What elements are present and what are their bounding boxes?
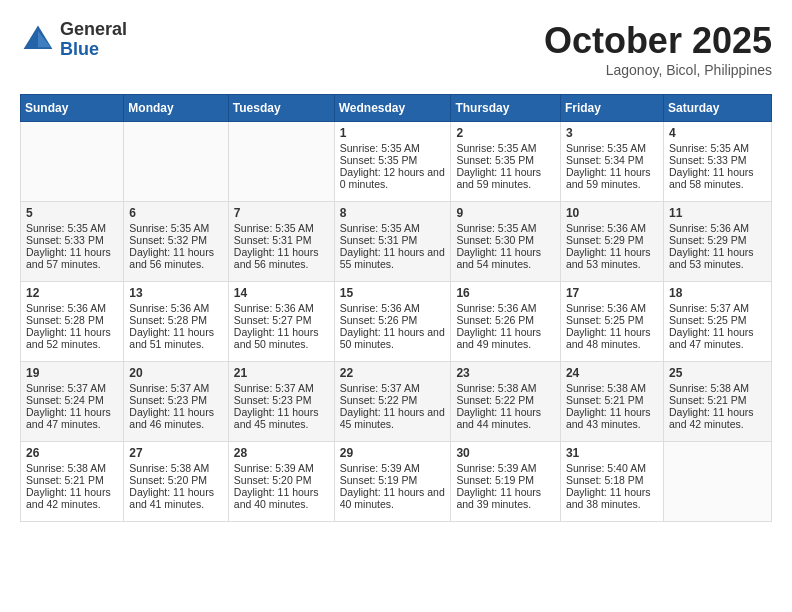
day-info: Sunrise: 5:39 AM xyxy=(340,462,446,474)
day-number: 7 xyxy=(234,206,329,220)
calendar-cell: 12Sunrise: 5:36 AMSunset: 5:28 PMDayligh… xyxy=(21,282,124,362)
day-number: 30 xyxy=(456,446,555,460)
calendar-table: SundayMondayTuesdayWednesdayThursdayFrid… xyxy=(20,94,772,522)
day-number: 15 xyxy=(340,286,446,300)
day-number: 13 xyxy=(129,286,222,300)
calendar-cell: 7Sunrise: 5:35 AMSunset: 5:31 PMDaylight… xyxy=(228,202,334,282)
calendar-cell: 5Sunrise: 5:35 AMSunset: 5:33 PMDaylight… xyxy=(21,202,124,282)
calendar-cell: 13Sunrise: 5:36 AMSunset: 5:28 PMDayligh… xyxy=(124,282,228,362)
day-info: Daylight: 11 hours and 57 minutes. xyxy=(26,246,118,270)
day-info: Sunset: 5:23 PM xyxy=(234,394,329,406)
day-number: 10 xyxy=(566,206,658,220)
day-info: Sunset: 5:28 PM xyxy=(26,314,118,326)
calendar-cell: 28Sunrise: 5:39 AMSunset: 5:20 PMDayligh… xyxy=(228,442,334,522)
day-info: Sunrise: 5:38 AM xyxy=(26,462,118,474)
day-info: Daylight: 11 hours and 40 minutes. xyxy=(234,486,329,510)
day-info: Sunrise: 5:36 AM xyxy=(26,302,118,314)
calendar-cell: 23Sunrise: 5:38 AMSunset: 5:22 PMDayligh… xyxy=(451,362,561,442)
weekday-header-monday: Monday xyxy=(124,95,228,122)
day-info: Daylight: 11 hours and 53 minutes. xyxy=(566,246,658,270)
day-info: Sunset: 5:21 PM xyxy=(669,394,766,406)
day-number: 28 xyxy=(234,446,329,460)
day-info: Daylight: 11 hours and 59 minutes. xyxy=(456,166,555,190)
day-info: Sunset: 5:26 PM xyxy=(340,314,446,326)
day-number: 12 xyxy=(26,286,118,300)
day-info: Sunset: 5:18 PM xyxy=(566,474,658,486)
day-info: Sunrise: 5:35 AM xyxy=(669,142,766,154)
day-info: Sunset: 5:21 PM xyxy=(566,394,658,406)
day-info: Sunset: 5:33 PM xyxy=(669,154,766,166)
day-info: Sunset: 5:35 PM xyxy=(340,154,446,166)
day-number: 9 xyxy=(456,206,555,220)
day-info: Sunrise: 5:37 AM xyxy=(669,302,766,314)
day-info: Daylight: 11 hours and 47 minutes. xyxy=(26,406,118,430)
day-info: Sunset: 5:22 PM xyxy=(340,394,446,406)
day-info: Sunrise: 5:35 AM xyxy=(26,222,118,234)
day-number: 4 xyxy=(669,126,766,140)
day-info: Daylight: 11 hours and 54 minutes. xyxy=(456,246,555,270)
day-info: Sunset: 5:29 PM xyxy=(669,234,766,246)
day-info: Sunrise: 5:35 AM xyxy=(340,142,446,154)
day-info: Sunset: 5:25 PM xyxy=(669,314,766,326)
day-info: Sunset: 5:27 PM xyxy=(234,314,329,326)
calendar-cell: 6Sunrise: 5:35 AMSunset: 5:32 PMDaylight… xyxy=(124,202,228,282)
day-info: Daylight: 11 hours and 41 minutes. xyxy=(129,486,222,510)
day-info: Sunrise: 5:39 AM xyxy=(234,462,329,474)
day-info: Daylight: 11 hours and 59 minutes. xyxy=(566,166,658,190)
day-info: Sunset: 5:35 PM xyxy=(456,154,555,166)
day-info: Daylight: 11 hours and 47 minutes. xyxy=(669,326,766,350)
weekday-header-saturday: Saturday xyxy=(663,95,771,122)
day-info: Sunrise: 5:36 AM xyxy=(340,302,446,314)
day-number: 14 xyxy=(234,286,329,300)
weekday-header-thursday: Thursday xyxy=(451,95,561,122)
day-number: 16 xyxy=(456,286,555,300)
calendar-cell xyxy=(124,122,228,202)
day-info: Daylight: 11 hours and 51 minutes. xyxy=(129,326,222,350)
day-info: Sunset: 5:33 PM xyxy=(26,234,118,246)
day-info: Sunrise: 5:39 AM xyxy=(456,462,555,474)
calendar-cell: 30Sunrise: 5:39 AMSunset: 5:19 PMDayligh… xyxy=(451,442,561,522)
day-info: Sunrise: 5:35 AM xyxy=(340,222,446,234)
day-info: Daylight: 11 hours and 53 minutes. xyxy=(669,246,766,270)
day-info: Sunrise: 5:36 AM xyxy=(234,302,329,314)
day-info: Daylight: 11 hours and 44 minutes. xyxy=(456,406,555,430)
page-header: General Blue October 2025 Lagonoy, Bicol… xyxy=(20,20,772,78)
day-info: Sunset: 5:25 PM xyxy=(566,314,658,326)
day-number: 11 xyxy=(669,206,766,220)
weekday-header-wednesday: Wednesday xyxy=(334,95,451,122)
calendar-cell: 3Sunrise: 5:35 AMSunset: 5:34 PMDaylight… xyxy=(560,122,663,202)
day-info: Daylight: 11 hours and 56 minutes. xyxy=(234,246,329,270)
calendar-cell: 8Sunrise: 5:35 AMSunset: 5:31 PMDaylight… xyxy=(334,202,451,282)
day-number: 27 xyxy=(129,446,222,460)
day-number: 3 xyxy=(566,126,658,140)
day-number: 26 xyxy=(26,446,118,460)
day-info: Sunset: 5:20 PM xyxy=(129,474,222,486)
day-info: Sunset: 5:21 PM xyxy=(26,474,118,486)
calendar-cell xyxy=(228,122,334,202)
day-info: Sunset: 5:19 PM xyxy=(456,474,555,486)
day-info: Sunset: 5:32 PM xyxy=(129,234,222,246)
day-number: 22 xyxy=(340,366,446,380)
week-row-1: 5Sunrise: 5:35 AMSunset: 5:33 PMDaylight… xyxy=(21,202,772,282)
calendar-cell: 9Sunrise: 5:35 AMSunset: 5:30 PMDaylight… xyxy=(451,202,561,282)
day-info: Sunrise: 5:36 AM xyxy=(566,302,658,314)
calendar-cell: 31Sunrise: 5:40 AMSunset: 5:18 PMDayligh… xyxy=(560,442,663,522)
day-info: Sunrise: 5:36 AM xyxy=(129,302,222,314)
week-row-2: 12Sunrise: 5:36 AMSunset: 5:28 PMDayligh… xyxy=(21,282,772,362)
day-info: Sunrise: 5:38 AM xyxy=(129,462,222,474)
day-info: Sunset: 5:29 PM xyxy=(566,234,658,246)
day-info: Daylight: 11 hours and 45 minutes. xyxy=(234,406,329,430)
day-info: Sunrise: 5:38 AM xyxy=(456,382,555,394)
calendar-cell: 18Sunrise: 5:37 AMSunset: 5:25 PMDayligh… xyxy=(663,282,771,362)
day-info: Sunset: 5:23 PM xyxy=(129,394,222,406)
day-info: Daylight: 12 hours and 0 minutes. xyxy=(340,166,446,190)
calendar-cell: 26Sunrise: 5:38 AMSunset: 5:21 PMDayligh… xyxy=(21,442,124,522)
day-info: Sunrise: 5:35 AM xyxy=(456,222,555,234)
location: Lagonoy, Bicol, Philippines xyxy=(544,62,772,78)
day-info: Daylight: 11 hours and 48 minutes. xyxy=(566,326,658,350)
day-info: Sunrise: 5:40 AM xyxy=(566,462,658,474)
day-info: Sunrise: 5:35 AM xyxy=(129,222,222,234)
day-info: Sunrise: 5:36 AM xyxy=(456,302,555,314)
calendar-cell: 22Sunrise: 5:37 AMSunset: 5:22 PMDayligh… xyxy=(334,362,451,442)
calendar-cell: 1Sunrise: 5:35 AMSunset: 5:35 PMDaylight… xyxy=(334,122,451,202)
